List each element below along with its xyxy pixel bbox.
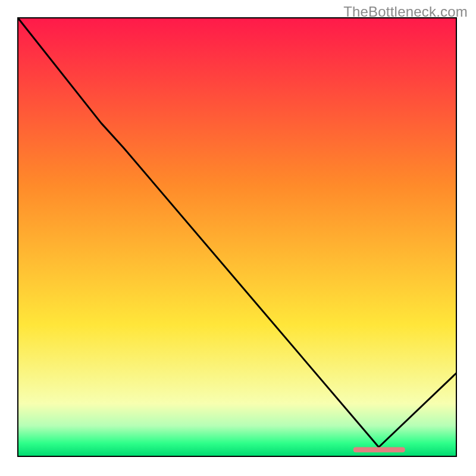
chart-svg <box>0 0 476 476</box>
watermark-text: TheBottleneck.com <box>343 4 468 20</box>
optimal-zone-marker <box>353 447 405 453</box>
chart-canvas: TheBottleneck.com <box>0 0 476 476</box>
plot-background-gradient <box>18 18 456 456</box>
